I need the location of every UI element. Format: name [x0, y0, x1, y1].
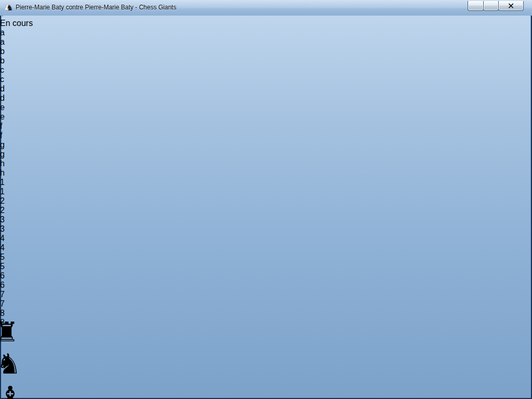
rank-label-left-2: 2	[0, 196, 532, 206]
close-button[interactable]: ✕	[498, 1, 524, 11]
file-label-bottom-c: c	[0, 75, 532, 84]
piece-black-rook-a8[interactable]: ♜	[0, 316, 527, 348]
window-controls: ✕	[468, 1, 524, 11]
file-label-bottom-e: e	[0, 112, 532, 122]
file-label-bottom-g: g	[0, 150, 532, 159]
app-chess-icon: ♟ ♞	[5, 3, 14, 12]
rank-label-left-4: 4	[0, 234, 532, 243]
close-icon: ✕	[508, 1, 514, 11]
rank-label-right-1: 1	[0, 187, 532, 196]
file-label-top-b: b	[0, 47, 532, 56]
rank-label-right-2: 2	[0, 206, 532, 215]
rank-label-right-4: 4	[0, 243, 532, 252]
file-label-bottom-b: b	[0, 56, 532, 65]
minimize-button[interactable]	[468, 1, 484, 11]
file-label-top-f: f	[0, 122, 532, 131]
file-label-top-d: d	[0, 84, 532, 94]
rank-label-left-3: 3	[0, 215, 532, 224]
rank-label-right-3: 3	[0, 224, 532, 234]
rank-label-right-5: 5	[0, 262, 532, 271]
file-label-top-c: c	[0, 65, 532, 75]
rank-label-left-7: 7	[0, 290, 532, 299]
rank-label-left-5: 5	[0, 252, 532, 262]
file-label-top-g: g	[0, 140, 532, 150]
chess-board: aabbccddeeffgghh1122334455667788♜♞♝♛♚♝♞♜…	[0, 28, 532, 399]
game-status-label: En cours	[0, 19, 532, 28]
rank-label-left-1: 1	[0, 178, 532, 187]
piece-black-knight-b8[interactable]: ♞	[0, 348, 528, 380]
titlebar: ♟ ♞ Pierre-Marie Baty contre Pierre-Mari…	[0, 0, 532, 16]
rank-label-left-6: 6	[0, 271, 532, 281]
rank-label-right-7: 7	[0, 299, 532, 309]
piece-black-bishop-c8[interactable]: ♝	[0, 380, 530, 399]
window-title: Pierre-Marie Baty contre Pierre-Marie Ba…	[16, 4, 176, 11]
app-window: ♟ ♞ Pierre-Marie Baty contre Pierre-Mari…	[0, 0, 532, 399]
file-label-bottom-h: h	[0, 168, 532, 178]
window-content: ← En cours aabbccddeeffgghh1122334455667…	[0, 9, 532, 399]
board-layer: aabbccddeeffgghh1122334455667788♜♞♝♛♚♝♞♜…	[0, 28, 532, 399]
file-label-top-a: a	[0, 28, 532, 37]
file-label-bottom-f: f	[0, 131, 532, 140]
maximize-button[interactable]	[483, 1, 499, 11]
file-label-bottom-a: a	[0, 37, 532, 47]
file-label-top-h: h	[0, 159, 532, 168]
rank-label-right-6: 6	[0, 281, 532, 290]
file-label-top-e: e	[0, 103, 532, 112]
file-label-bottom-d: d	[0, 94, 532, 103]
